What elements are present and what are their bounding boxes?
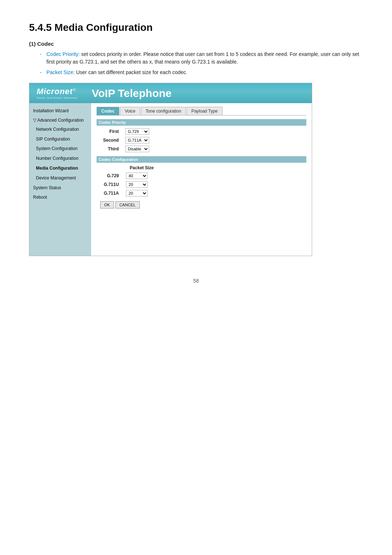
sidebar-toggle-advanced[interactable]: ▽ Advanced Configuration [29, 116, 91, 125]
logo-tagline: Faster and Easier Networks [37, 96, 77, 100]
device-app-title: VoIP Telephone [92, 87, 172, 100]
codec-second-select[interactable]: G.729 G.711A G.711U G.723.1 Disable [125, 137, 149, 143]
logo-brand: Micronet® [37, 87, 76, 96]
bullet-link-2: Packet Size: [46, 69, 75, 75]
tab-payload-type[interactable]: Payload Type [187, 107, 222, 115]
packet-g711u-select[interactable]: 20 40 60 [126, 181, 148, 188]
codec-first-select[interactable]: G.729 G.711A G.711U G.723.1 Disable [125, 128, 149, 135]
sidebar-item-media-config[interactable]: Media Configuration [29, 163, 91, 173]
sidebar-item-network-config[interactable]: Network Configuration [29, 125, 91, 134]
bullet-item-2: Packet Size: User can set different pack… [40, 69, 363, 76]
device-header: Micronet® Faster and Easier Networks VoI… [29, 83, 312, 103]
codec-second-label: Second [100, 136, 122, 145]
bullet-text-1: set codecs priority in order. Please not… [46, 51, 359, 65]
codec-config-label: Codec Configuration [97, 156, 306, 163]
logo-area: Micronet® Faster and Easier Networks [37, 87, 77, 100]
main-content: Codec Voice Tone configuration Payload T… [91, 103, 312, 256]
sidebar: Installation Wizard ▽ Advanced Configura… [29, 103, 91, 256]
sidebar-item-number-config[interactable]: Number Configuration [29, 154, 91, 163]
codec-priority-row-third: Third G.729 G.711A G.711U G.723.1 Disabl… [100, 145, 152, 153]
bullet-list: Codec Priority: set codecs priority in o… [40, 50, 363, 76]
device-frame: Micronet® Faster and Easier Networks VoI… [29, 83, 312, 256]
packet-size-row-g711a: G.711A 20 40 60 [100, 189, 161, 198]
sidebar-item-sip-config[interactable]: SIP Configuration [29, 134, 91, 144]
packet-size-header-row: Packet Size [100, 164, 161, 171]
packet-size-table: Packet Size G.729 20 40 60 G.711U [100, 164, 161, 198]
sidebar-item-installation-wizard[interactable]: Installation Wizard [29, 106, 91, 116]
codec-first-label: First [100, 127, 122, 136]
device-body: Installation Wizard ▽ Advanced Configura… [29, 103, 312, 256]
codec-priority-table: First G.729 G.711A G.711U G.723.1 Disabl… [100, 127, 152, 153]
sidebar-item-system-config[interactable]: System Configuration [29, 144, 91, 154]
cancel-button[interactable]: CANCEL [115, 201, 140, 208]
tab-codec[interactable]: Codec [97, 107, 119, 115]
codec-priority-label: Codec Priority [97, 119, 306, 126]
bullet-item-1: Codec Priority: set codecs priority in o… [40, 50, 363, 66]
sidebar-item-device-management[interactable]: Device Management [29, 173, 91, 183]
packet-g729-label: G.729 [100, 171, 122, 180]
tabs-bar: Codec Voice Tone configuration Payload T… [97, 107, 306, 116]
packet-size-col-header: Packet Size [122, 164, 161, 171]
packet-g711u-label: G.711U [100, 180, 122, 189]
packet-size-col-header-empty [100, 164, 122, 171]
page-number: 58 [29, 278, 363, 284]
packet-size-row-g711u: G.711U 20 40 60 [100, 180, 161, 189]
codec-third-select[interactable]: G.729 G.711A G.711U G.723.1 Disable [125, 146, 149, 152]
sidebar-item-reboot[interactable]: Reboot [29, 193, 91, 202]
bullet-link-1: Codec Priority: [46, 51, 80, 57]
codec-third-label: Third [100, 145, 122, 153]
packet-g729-select[interactable]: 20 40 60 [126, 173, 148, 179]
sidebar-item-system-status[interactable]: System Status [29, 183, 91, 193]
packet-g711a-select[interactable]: 20 40 60 [126, 190, 148, 197]
codec-priority-row-second: Second G.729 G.711A G.711U G.723.1 Disab… [100, 136, 152, 145]
packet-size-row-g729: G.729 20 40 60 [100, 171, 161, 180]
form-buttons: OK CANCEL [100, 201, 306, 208]
codec-priority-row-first: First G.729 G.711A G.711U G.723.1 Disabl… [100, 127, 152, 136]
tab-voice[interactable]: Voice [120, 107, 140, 115]
tab-tone-configuration[interactable]: Tone configuration [141, 107, 186, 115]
bullet-text-2: User can set different packet size for e… [75, 69, 187, 75]
packet-g711a-label: G.711A [100, 189, 122, 198]
ok-button[interactable]: OK [100, 201, 114, 208]
page-title: 5.4.5 Media Configuration [29, 22, 363, 33]
section-heading: (1) Codec [29, 41, 363, 47]
